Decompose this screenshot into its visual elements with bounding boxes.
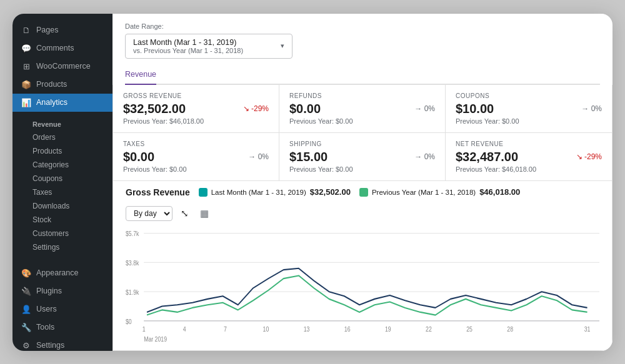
date-selector[interactable]: Last Month (Mar 1 - 31, 2019) vs. Previo… — [125, 34, 292, 59]
metric-prev: Previous Year: $0.00 — [456, 117, 602, 125]
chart-legend-1: Last Month (Mar 1 - 31, 2019) $32,502.00 — [199, 187, 351, 197]
sidebar-item-label: Users — [36, 305, 57, 313]
woocommerce-icon: ⊞ — [21, 62, 31, 71]
chart-legend-2: Previous Year (Mar 1 - 31, 2018) $46,018… — [359, 187, 520, 197]
svg-text:$0: $0 — [126, 317, 132, 325]
tools-icon: 🔧 — [21, 323, 31, 332]
sidebar-item-label: Settings — [36, 341, 64, 350]
sidebar-item-label: Products — [36, 80, 67, 89]
metric-label: SHIPPING — [289, 140, 435, 147]
chart-title: Gross Revenue — [126, 187, 190, 197]
sidebar-item-pages[interactable]: 🗋 Pages — [12, 21, 112, 39]
metric-row: $15.00 → 0% — [289, 150, 435, 164]
sidebar-item-products[interactable]: 📦 Products — [12, 76, 112, 94]
metric-change: ↘ -29% — [576, 152, 602, 161]
svg-text:$5.7k: $5.7k — [126, 230, 139, 237]
date-sub: vs. Previous Year (Mar 1 - 31, 2018) — [133, 47, 243, 54]
sidebar-item-label: Appearance — [36, 268, 78, 277]
bar-chart-button[interactable]: ▦ — [197, 207, 212, 220]
revenue-section-label: Revenue — [12, 116, 112, 130]
users-icon: 👤 — [21, 305, 31, 314]
sidebar-sub-taxes[interactable]: Taxes — [12, 185, 112, 199]
metric-gross-revenue: GROSS REVENUE $32,502.00 ↘ -29% Previous… — [113, 85, 279, 133]
sidebar-item-settings[interactable]: ⚙ Settings — [12, 337, 112, 351]
date-main: Last Month (Mar 1 - 31, 2019) — [133, 38, 243, 47]
svg-text:19: 19 — [385, 325, 391, 333]
metric-row: $32,502.00 ↘ -29% — [123, 102, 269, 116]
metric-label: COUPONS — [456, 92, 602, 99]
appearance-icon: 🎨 — [21, 268, 31, 278]
sidebar-sub-settings[interactable]: Settings — [12, 240, 112, 254]
metric-change: → 0% — [414, 104, 435, 113]
sidebar-sub-coupons[interactable]: Coupons — [12, 172, 112, 185]
svg-text:$1.9k: $1.9k — [126, 288, 139, 296]
sidebar-sub-categories[interactable]: Categories — [12, 158, 112, 172]
metric-row: $0.00 → 0% — [123, 150, 269, 164]
sidebar-item-tools[interactable]: 🔧 Tools — [12, 318, 112, 337]
metric-label: REFUNDS — [289, 92, 435, 99]
sidebar-item-users[interactable]: 👤 Users — [12, 300, 112, 318]
chart-wrap: $5.7k $3.8k $1.9k $0 1 4 7 10 13 — [126, 226, 599, 343]
metric-value: $10.00 — [456, 102, 494, 116]
chevron-down-icon: ▾ — [281, 42, 284, 50]
metric-prev: Previous Year: $0.00 — [289, 117, 435, 125]
sidebar-item-plugins[interactable]: 🔌 Plugins — [12, 282, 112, 300]
metric-label: NET REVENUE — [456, 140, 602, 147]
svg-text:28: 28 — [507, 325, 513, 333]
svg-text:13: 13 — [304, 325, 310, 333]
tab-bar: Revenue — [125, 65, 600, 85]
svg-text:16: 16 — [344, 325, 351, 333]
sidebar-item-appearance[interactable]: 🎨 Appearance — [12, 264, 112, 282]
metric-shipping: SHIPPING $15.00 → 0% Previous Year: $0.0… — [279, 133, 446, 180]
revenue-section: Revenue Orders Products Categories Coupo… — [12, 116, 112, 254]
metric-prev: Previous Year: $0.00 — [289, 165, 435, 173]
metric-row: $0.00 → 0% — [289, 102, 435, 116]
sidebar-item-comments[interactable]: 💬 Comments — [12, 39, 112, 57]
metric-prev: Previous Year: $46,018.00 — [123, 117, 269, 125]
metric-value: $32,502.00 — [123, 102, 186, 116]
legend-check-teal — [199, 188, 208, 197]
by-day-select[interactable]: By day — [126, 206, 172, 221]
topbar: Date Range: Last Month (Mar 1 - 31, 2019… — [112, 14, 612, 85]
metrics-grid: GROSS REVENUE $32,502.00 ↘ -29% Previous… — [112, 85, 612, 181]
date-range-label: Date Range: — [125, 22, 600, 30]
metric-change: ↘ -29% — [243, 104, 269, 113]
settings-icon: ⚙ — [21, 341, 31, 350]
sidebar-item-woocommerce[interactable]: ⊞ WooCommerce — [12, 57, 112, 76]
legend2-amount: $46,018.00 — [479, 187, 520, 197]
svg-text:4: 4 — [183, 325, 186, 333]
chart-control: By day ⤡ ▦ — [126, 206, 212, 221]
metric-change: → 0% — [414, 152, 435, 161]
legend1-amount: $32,502.00 — [310, 187, 351, 197]
analytics-icon: 📊 — [21, 98, 31, 107]
sidebar-sub-orders[interactable]: Orders — [12, 130, 112, 144]
sidebar-sub-products[interactable]: Products — [12, 144, 112, 158]
sidebar-item-analytics[interactable]: 📊 Analytics — [12, 94, 112, 112]
metric-value: $0.00 — [289, 102, 321, 116]
metric-net-revenue: NET REVENUE $32,487.00 ↘ -29% Previous Y… — [446, 133, 612, 180]
sidebar-item-label: Plugins — [36, 287, 62, 295]
metric-value: $15.00 — [289, 150, 328, 164]
metric-refunds: REFUNDS $0.00 → 0% Previous Year: $0.00 — [279, 85, 446, 133]
chart-section: Gross Revenue Last Month (Mar 1 - 31, 20… — [112, 181, 612, 351]
metric-row: $10.00 → 0% — [456, 102, 602, 116]
pages-icon: 🗋 — [21, 26, 31, 35]
sidebar-item-label: Comments — [36, 44, 74, 52]
sidebar-sub-stock[interactable]: Stock — [12, 213, 112, 227]
sidebar-sub-customers[interactable]: Customers — [12, 227, 112, 240]
products-icon: 📦 — [21, 80, 31, 89]
legend1-label: Last Month (Mar 1 - 31, 2019) — [211, 189, 306, 196]
metric-prev: Previous Year: $0.00 — [123, 165, 269, 173]
metric-value: $0.00 — [123, 150, 154, 164]
metric-coupons: COUPONS $10.00 → 0% Previous Year: $0.00 — [446, 85, 612, 133]
sidebar-sub-downloads[interactable]: Downloads — [12, 199, 112, 213]
metric-label: TAXES — [123, 140, 269, 147]
svg-text:$3.8k: $3.8k — [126, 259, 139, 267]
line-chart-button[interactable]: ⤡ — [178, 207, 192, 220]
sidebar-item-label: WooCommerce — [36, 62, 91, 71]
tab-revenue[interactable]: Revenue — [125, 65, 156, 85]
legend-check-green — [359, 188, 368, 197]
metric-change: → 0% — [581, 104, 602, 113]
svg-text:10: 10 — [263, 325, 269, 333]
svg-text:25: 25 — [466, 325, 472, 333]
